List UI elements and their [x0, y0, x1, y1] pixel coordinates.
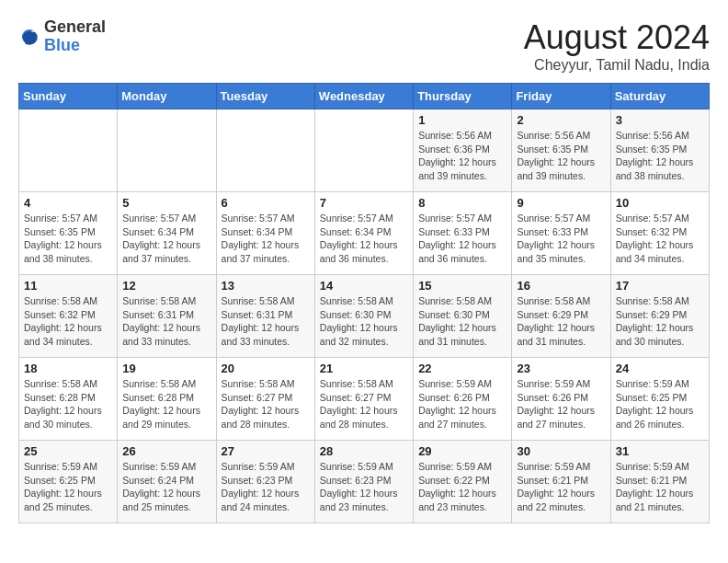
day-info: Sunrise: 5:57 AM Sunset: 6:33 PM Dayligh…: [418, 212, 506, 266]
day-info: Sunrise: 5:59 AM Sunset: 6:21 PM Dayligh…: [616, 460, 704, 514]
calendar-header-row: Sunday Monday Tuesday Wednesday Thursday…: [19, 84, 710, 109]
day-info: Sunrise: 5:58 AM Sunset: 6:28 PM Dayligh…: [24, 377, 112, 431]
day-info: Sunrise: 5:59 AM Sunset: 6:23 PM Dayligh…: [320, 460, 408, 514]
day-number: 30: [517, 444, 605, 458]
calendar-cell: 4Sunrise: 5:57 AM Sunset: 6:35 PM Daylig…: [19, 192, 118, 275]
day-info: Sunrise: 5:57 AM Sunset: 6:34 PM Dayligh…: [122, 212, 210, 266]
day-number: 5: [122, 196, 210, 210]
day-info: Sunrise: 5:58 AM Sunset: 6:30 PM Dayligh…: [320, 294, 408, 349]
day-number: 25: [24, 444, 112, 458]
day-info: Sunrise: 5:59 AM Sunset: 6:23 PM Dayligh…: [222, 460, 310, 514]
calendar-cell: 13Sunrise: 5:58 AM Sunset: 6:31 PM Dayli…: [216, 275, 314, 358]
header-saturday: Saturday: [610, 84, 709, 109]
day-info: Sunrise: 5:57 AM Sunset: 6:34 PM Dayligh…: [222, 212, 310, 266]
day-info: Sunrise: 5:58 AM Sunset: 6:28 PM Dayligh…: [122, 377, 210, 431]
day-info: Sunrise: 5:58 AM Sunset: 6:31 PM Dayligh…: [122, 294, 210, 349]
calendar-cell: 9Sunrise: 5:57 AM Sunset: 6:33 PM Daylig…: [512, 192, 610, 275]
day-number: 16: [517, 279, 605, 293]
calendar-cell: 8Sunrise: 5:57 AM Sunset: 6:33 PM Daylig…: [414, 192, 512, 275]
logo-text: General Blue: [44, 18, 106, 55]
day-number: 11: [24, 279, 112, 293]
day-info: Sunrise: 5:56 AM Sunset: 6:35 PM Dayligh…: [517, 129, 605, 183]
day-info: Sunrise: 5:58 AM Sunset: 6:27 PM Dayligh…: [222, 377, 310, 431]
day-number: 27: [222, 444, 310, 458]
day-number: 21: [320, 362, 408, 375]
header-friday: Friday: [512, 84, 610, 109]
calendar-cell: 21Sunrise: 5:58 AM Sunset: 6:27 PM Dayli…: [314, 358, 413, 441]
day-number: 9: [517, 196, 605, 210]
day-info: Sunrise: 5:58 AM Sunset: 6:30 PM Dayligh…: [418, 294, 506, 349]
calendar-cell: 15Sunrise: 5:58 AM Sunset: 6:30 PM Dayli…: [414, 275, 512, 358]
day-info: Sunrise: 5:59 AM Sunset: 6:26 PM Dayligh…: [517, 377, 605, 431]
day-number: 2: [517, 113, 605, 127]
calendar-cell: 10Sunrise: 5:57 AM Sunset: 6:32 PM Dayli…: [610, 192, 709, 275]
calendar-week-row: 1Sunrise: 5:56 AM Sunset: 6:36 PM Daylig…: [19, 109, 710, 192]
calendar-cell: 22Sunrise: 5:59 AM Sunset: 6:26 PM Dayli…: [414, 358, 512, 441]
day-info: Sunrise: 5:58 AM Sunset: 6:27 PM Dayligh…: [320, 377, 408, 431]
location-subtitle: Cheyyur, Tamil Nadu, India: [524, 57, 710, 74]
calendar-cell: 6Sunrise: 5:57 AM Sunset: 6:34 PM Daylig…: [216, 192, 314, 275]
day-info: Sunrise: 5:58 AM Sunset: 6:29 PM Dayligh…: [616, 294, 704, 349]
day-number: 7: [320, 196, 408, 210]
calendar-cell: 28Sunrise: 5:59 AM Sunset: 6:23 PM Dayli…: [314, 441, 413, 523]
calendar-cell: 11Sunrise: 5:58 AM Sunset: 6:32 PM Dayli…: [19, 275, 118, 358]
calendar-cell: 12Sunrise: 5:58 AM Sunset: 6:31 PM Dayli…: [118, 275, 216, 358]
day-info: Sunrise: 5:56 AM Sunset: 6:35 PM Dayligh…: [616, 129, 704, 183]
day-number: 29: [418, 444, 506, 458]
calendar-cell: 23Sunrise: 5:59 AM Sunset: 6:26 PM Dayli…: [512, 358, 610, 441]
calendar-cell: 19Sunrise: 5:58 AM Sunset: 6:28 PM Dayli…: [118, 358, 216, 441]
calendar-cell: 29Sunrise: 5:59 AM Sunset: 6:22 PM Dayli…: [414, 441, 512, 523]
calendar-cell: [314, 109, 413, 192]
day-info: Sunrise: 5:58 AM Sunset: 6:29 PM Dayligh…: [517, 294, 605, 349]
header-tuesday: Tuesday: [216, 84, 314, 109]
logo-blue: Blue: [44, 37, 106, 55]
day-info: Sunrise: 5:57 AM Sunset: 6:33 PM Dayligh…: [517, 212, 605, 266]
day-number: 19: [122, 362, 210, 375]
calendar-cell: [19, 109, 118, 192]
day-number: 24: [616, 362, 704, 375]
calendar-cell: 18Sunrise: 5:58 AM Sunset: 6:28 PM Dayli…: [19, 358, 118, 441]
header-monday: Monday: [118, 84, 216, 109]
calendar-cell: 31Sunrise: 5:59 AM Sunset: 6:21 PM Dayli…: [610, 441, 709, 523]
day-info: Sunrise: 5:58 AM Sunset: 6:31 PM Dayligh…: [222, 294, 310, 349]
day-info: Sunrise: 5:59 AM Sunset: 6:25 PM Dayligh…: [616, 377, 704, 431]
calendar-cell: 16Sunrise: 5:58 AM Sunset: 6:29 PM Dayli…: [512, 275, 610, 358]
day-number: 8: [418, 196, 506, 210]
day-number: 1: [418, 113, 506, 127]
day-info: Sunrise: 5:59 AM Sunset: 6:26 PM Dayligh…: [418, 377, 506, 431]
calendar-cell: 2Sunrise: 5:56 AM Sunset: 6:35 PM Daylig…: [512, 109, 610, 192]
day-number: 17: [616, 279, 704, 293]
calendar-cell: 30Sunrise: 5:59 AM Sunset: 6:21 PM Dayli…: [512, 441, 610, 523]
header-thursday: Thursday: [414, 84, 512, 109]
logo-icon: [18, 26, 40, 48]
calendar-cell: [216, 109, 314, 192]
header-wednesday: Wednesday: [314, 84, 413, 109]
day-number: 3: [616, 113, 704, 127]
calendar-week-row: 4Sunrise: 5:57 AM Sunset: 6:35 PM Daylig…: [19, 192, 710, 275]
day-number: 10: [616, 196, 704, 210]
day-info: Sunrise: 5:59 AM Sunset: 6:22 PM Dayligh…: [418, 460, 506, 514]
day-info: Sunrise: 5:59 AM Sunset: 6:24 PM Dayligh…: [122, 460, 210, 514]
calendar-cell: 20Sunrise: 5:58 AM Sunset: 6:27 PM Dayli…: [216, 358, 314, 441]
calendar-table: Sunday Monday Tuesday Wednesday Thursday…: [18, 83, 710, 523]
month-year-title: August 2024: [524, 18, 710, 57]
day-number: 4: [24, 196, 112, 210]
day-number: 22: [418, 362, 506, 375]
day-info: Sunrise: 5:57 AM Sunset: 6:35 PM Dayligh…: [24, 212, 112, 266]
calendar-cell: [118, 109, 216, 192]
logo: General Blue: [18, 18, 106, 55]
day-info: Sunrise: 5:59 AM Sunset: 6:21 PM Dayligh…: [517, 460, 605, 514]
day-number: 18: [24, 362, 112, 375]
header-sunday: Sunday: [19, 84, 118, 109]
day-number: 6: [222, 196, 310, 210]
page-header: General Blue August 2024 Cheyyur, Tamil …: [18, 18, 710, 74]
calendar-cell: 27Sunrise: 5:59 AM Sunset: 6:23 PM Dayli…: [216, 441, 314, 523]
calendar-cell: 17Sunrise: 5:58 AM Sunset: 6:29 PM Dayli…: [610, 275, 709, 358]
day-info: Sunrise: 5:59 AM Sunset: 6:25 PM Dayligh…: [24, 460, 112, 514]
day-info: Sunrise: 5:57 AM Sunset: 6:34 PM Dayligh…: [320, 212, 408, 266]
day-number: 23: [517, 362, 605, 375]
calendar-cell: 26Sunrise: 5:59 AM Sunset: 6:24 PM Dayli…: [118, 441, 216, 523]
day-info: Sunrise: 5:56 AM Sunset: 6:36 PM Dayligh…: [418, 129, 506, 183]
logo-general: General: [44, 18, 106, 37]
calendar-cell: 1Sunrise: 5:56 AM Sunset: 6:36 PM Daylig…: [414, 109, 512, 192]
